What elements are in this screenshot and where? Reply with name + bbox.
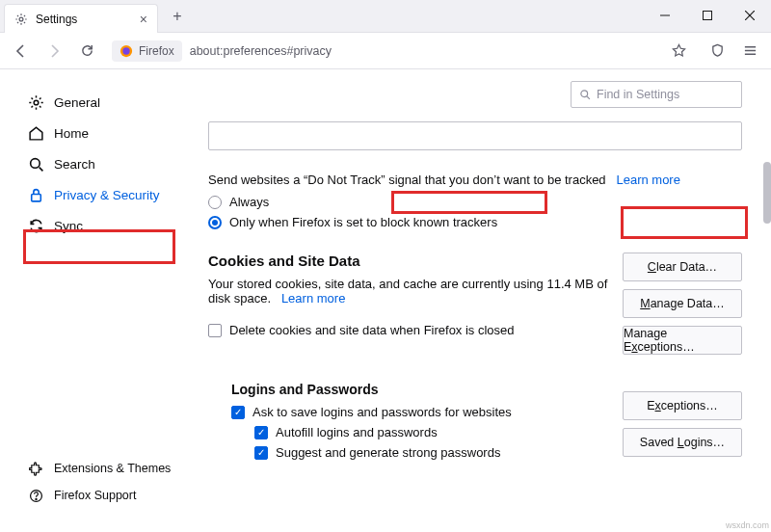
custom-blocking-box [208, 121, 742, 150]
svg-point-16 [581, 91, 588, 97]
svg-line-12 [39, 167, 42, 171]
logins-exceptions-button[interactable]: Exceptions… [623, 391, 742, 420]
sidebar-item-label: Sync [54, 219, 83, 233]
sidebar-footer-label: Firefox Support [54, 489, 136, 502]
manage-exceptions-button[interactable]: Manage Exceptions… [623, 326, 742, 355]
saved-logins-button[interactable]: Saved Logins… [623, 428, 742, 457]
checkbox-icon: ✓ [231, 406, 245, 419]
tab-strip: Settings × + [0, 0, 191, 33]
sidebar-item-label: Home [54, 126, 89, 141]
sidebar-support-link[interactable]: Firefox Support [27, 482, 181, 509]
logins-section: Logins and Passwords ✓ Ask to save login… [208, 360, 742, 466]
sidebar-item-sync[interactable]: Sync [27, 210, 181, 241]
checkbox-label: Autofill logins and passwords [276, 425, 438, 439]
sidebar-item-label: Privacy & Security [54, 188, 160, 202]
radio-icon [208, 216, 222, 229]
settings-main-panel: Find in Settings Send websites a “Do Not… [193, 69, 771, 532]
settings-sidebar: General Home Search Privacy & Security S… [0, 69, 193, 532]
sidebar-item-label: General [54, 95, 100, 110]
logins-button-column: Exceptions… Saved Logins… [623, 391, 742, 457]
svg-rect-13 [31, 194, 40, 200]
forward-button[interactable] [40, 38, 67, 65]
shield-icon[interactable] [704, 38, 731, 65]
bookmark-star-icon[interactable] [665, 43, 692, 58]
checkbox-icon: ✓ [254, 446, 268, 460]
url-text: about:preferences#privacy [182, 40, 665, 62]
sidebar-item-privacy[interactable]: Privacy & Security [27, 179, 181, 210]
question-icon [27, 487, 44, 504]
navigation-toolbar: Firefox about:preferences#privacy [0, 33, 771, 69]
cookies-section: Cookies and Site Data Your stored cookie… [208, 253, 742, 355]
cookies-learn-more-link[interactable]: Learn more [281, 291, 345, 306]
minimize-button[interactable] [644, 0, 686, 31]
new-tab-button[interactable]: + [164, 3, 191, 30]
autofill-logins-checkbox[interactable]: ✓ Autofill logins and passwords [254, 425, 611, 439]
search-icon [27, 155, 44, 173]
watermark-text: wsxdn.com [726, 520, 769, 530]
dnt-text: Send websites a “Do Not Track” signal th… [208, 173, 606, 187]
radio-label: Always [229, 195, 269, 209]
cookies-section-title: Cookies and Site Data [208, 253, 611, 269]
clear-data-button[interactable]: Clear Data… [623, 253, 742, 281]
home-icon [27, 124, 44, 142]
titlebar: Settings × + [0, 0, 771, 33]
logins-section-title: Logins and Passwords [231, 382, 611, 397]
content-area: General Home Search Privacy & Security S… [0, 69, 771, 532]
delete-on-close-checkbox[interactable]: Delete cookies and site data when Firefo… [208, 323, 611, 337]
sidebar-item-home[interactable]: Home [27, 118, 181, 148]
puzzle-icon [27, 460, 44, 477]
address-bar[interactable]: Firefox about:preferences#privacy [112, 40, 692, 62]
tab-label: Settings [36, 13, 132, 26]
checkbox-label: Delete cookies and site data when Firefo… [229, 323, 515, 337]
maximize-button[interactable] [686, 0, 729, 31]
back-button[interactable] [8, 38, 35, 65]
tab-settings[interactable]: Settings × [4, 4, 158, 33]
manage-data-button[interactable]: Manage Data… [623, 289, 742, 318]
svg-point-0 [19, 17, 23, 21]
svg-point-10 [34, 100, 39, 105]
radio-icon [208, 196, 222, 209]
dnt-option-known-trackers[interactable]: Only when Firefox is set to block known … [208, 215, 742, 229]
sidebar-footer: Extensions & Themes Firefox Support [27, 455, 181, 520]
ask-save-logins-checkbox[interactable]: ✓ Ask to save logins and passwords for w… [231, 405, 611, 419]
sidebar-item-general[interactable]: General [27, 87, 181, 118]
sidebar-item-search[interactable]: Search [27, 148, 181, 179]
svg-point-6 [122, 47, 129, 54]
svg-point-11 [30, 158, 40, 168]
firefox-logo-icon [120, 44, 133, 58]
gear-icon [27, 93, 44, 111]
checkbox-label: Suggest and generate strong passwords [276, 445, 500, 460]
close-window-button[interactable] [729, 0, 771, 31]
svg-rect-2 [704, 12, 712, 20]
window-controls [644, 0, 771, 31]
cookies-button-column: Clear Data… Manage Data… Manage Exceptio… [623, 253, 742, 355]
identity-box[interactable]: Firefox [112, 40, 182, 62]
checkbox-label: Ask to save logins and passwords for web… [253, 405, 512, 419]
reload-button[interactable] [73, 38, 100, 65]
sidebar-item-label: Search [54, 157, 95, 172]
checkbox-icon [208, 324, 222, 337]
gear-icon [14, 13, 28, 26]
app-menu-button[interactable] [736, 38, 763, 65]
do-not-track-section: Send websites a “Do Not Track” signal th… [208, 172, 742, 229]
search-icon [579, 89, 591, 100]
sidebar-footer-label: Extensions & Themes [54, 462, 171, 475]
cookies-usage: 11.4 MB [546, 277, 593, 291]
search-placeholder: Find in Settings [597, 88, 679, 101]
sidebar-extensions-link[interactable]: Extensions & Themes [27, 455, 181, 482]
checkbox-icon: ✓ [254, 426, 268, 439]
close-icon[interactable]: × [140, 12, 147, 27]
cookies-desc-pre: Your stored cookies, site data, and cach… [208, 277, 546, 291]
radio-label: Only when Firefox is set to block known … [229, 215, 497, 229]
identity-label: Firefox [139, 44, 174, 58]
find-in-settings-input[interactable]: Find in Settings [571, 81, 742, 108]
svg-point-15 [35, 498, 36, 499]
dnt-learn-more-link[interactable]: Learn more [616, 173, 679, 187]
svg-line-17 [587, 96, 590, 99]
lock-icon [27, 186, 44, 203]
dnt-option-always[interactable]: Always [208, 195, 742, 209]
suggest-passwords-checkbox[interactable]: ✓ Suggest and generate strong passwords [254, 445, 611, 460]
sync-icon [27, 217, 44, 234]
